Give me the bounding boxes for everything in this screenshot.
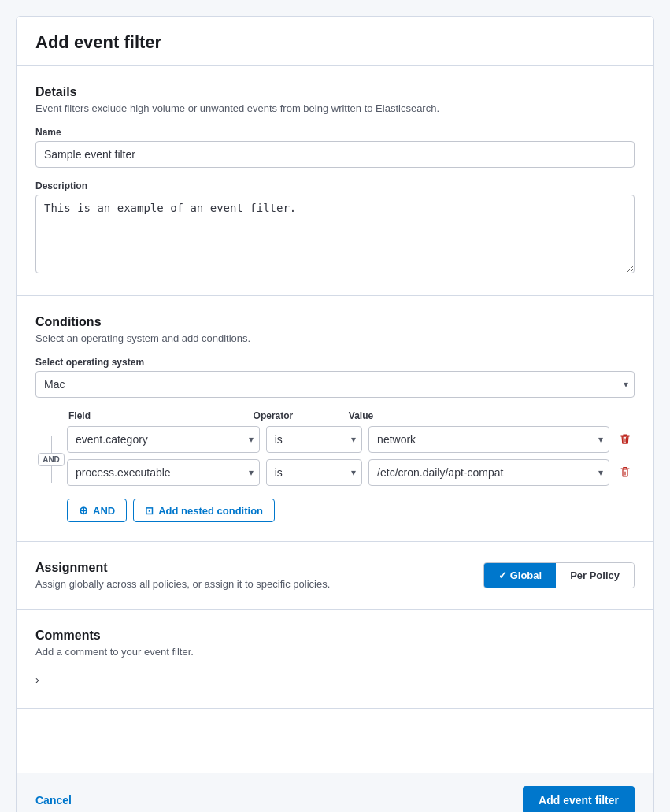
os-select-group: Select operating system Mac Windows Linu… (35, 357, 635, 398)
modal-title: Add event filter (35, 32, 635, 53)
comments-desc: Add a comment to your event filter. (35, 646, 635, 658)
modal-footer: Cancel Add event filter (17, 773, 653, 812)
plus-icon: ⊕ (79, 504, 88, 517)
and-line-bottom (51, 466, 52, 484)
delete-row-1-button[interactable] (616, 430, 635, 449)
modal-body: Details Event filters exclude high volum… (17, 66, 653, 773)
global-button[interactable]: ✓Global (484, 563, 556, 588)
name-label: Name (35, 127, 635, 138)
per-policy-button[interactable]: Per Policy (556, 563, 634, 588)
operator-wrapper-1: is is not is one of is not one of matche… (266, 426, 362, 453)
name-input[interactable] (35, 141, 635, 168)
assignment-section: Assignment Assign globally across all po… (17, 542, 653, 610)
nested-button-label: Add nested condition (158, 505, 263, 517)
assignment-desc: Assign globally across all policies, or … (35, 578, 483, 590)
conditions-with-connector: AND event.category ▾ (35, 426, 635, 492)
comments-expand-button[interactable]: › (35, 670, 39, 689)
operator-select-2[interactable]: is is not matches (266, 459, 362, 486)
field-wrapper-1: event.category ▾ (67, 426, 260, 453)
description-textarea[interactable] (35, 195, 635, 273)
operator-select-1[interactable]: is is not is one of is not one of matche… (266, 426, 362, 453)
conditions-header: Field Operator Value (67, 410, 635, 421)
trash-icon-1 (619, 433, 631, 446)
comments-section: Comments Add a comment to your event fil… (17, 610, 653, 709)
chevron-right-icon: › (35, 673, 39, 686)
modal-header: Add event filter (17, 17, 653, 66)
details-desc: Event filters exclude high volume or unw… (35, 102, 635, 114)
value-wrapper-2: /etc/cron.daily/apt-compat ▾ (368, 459, 609, 486)
assignment-title: Assignment (35, 561, 483, 575)
assignment-text: Assignment Assign globally across all po… (35, 561, 483, 590)
description-group: Description (35, 180, 635, 276)
field-wrapper-2: process.executable ▾ (67, 459, 260, 486)
assignment-row: Assignment Assign globally across all po… (35, 561, 635, 590)
col-operator-header: Operator (254, 410, 342, 421)
details-section: Details Event filters exclude high volum… (17, 66, 653, 296)
conditions-desc: Select an operating system and add condi… (35, 332, 635, 344)
col-spacer (578, 410, 603, 421)
delete-row-2-button[interactable] (616, 463, 635, 482)
condition-rows: event.category ▾ is is not is one of is … (67, 426, 635, 492)
and-badge: AND (38, 453, 65, 466)
conditions-section: Conditions Select an operating system an… (17, 296, 653, 542)
check-icon: ✓ (498, 569, 507, 581)
nested-icon: ⊡ (145, 505, 154, 517)
and-line-top (51, 436, 52, 453)
value-select-2[interactable]: /etc/cron.daily/apt-compat (368, 459, 609, 486)
and-connector: AND (35, 426, 67, 492)
value-select-1[interactable]: network (368, 426, 609, 453)
details-title: Details (35, 85, 635, 99)
col-value-header: Value (349, 410, 572, 421)
field-select-1[interactable]: event.category (67, 426, 260, 453)
and-button-label: AND (93, 505, 115, 517)
condition-row: process.executable ▾ is is not matches ▾ (67, 459, 635, 486)
operator-wrapper-2: is is not matches ▾ (266, 459, 362, 486)
os-select-wrapper: Mac Windows Linux ▾ (35, 371, 635, 398)
description-label: Description (35, 180, 635, 191)
and-button[interactable]: ⊕ AND (67, 499, 127, 522)
comments-title: Comments (35, 628, 635, 643)
field-select-2[interactable]: process.executable (67, 459, 260, 486)
cancel-button[interactable]: Cancel (35, 788, 72, 812)
condition-row: event.category ▾ is is not is one of is … (67, 426, 635, 453)
os-select[interactable]: Mac Windows Linux (35, 371, 635, 398)
per-policy-label: Per Policy (570, 569, 620, 581)
trash-icon-2 (619, 466, 631, 479)
add-event-filter-button[interactable]: Add event filter (523, 786, 635, 812)
add-event-filter-modal: Add event filter Details Event filters e… (16, 16, 654, 812)
name-group: Name (35, 127, 635, 168)
col-field-header: Field (67, 410, 247, 421)
global-label: Global (510, 569, 542, 581)
assignment-buttons: ✓Global Per Policy (483, 562, 635, 588)
conditions-title: Conditions (35, 315, 635, 329)
add-nested-condition-button[interactable]: ⊡ Add nested condition (133, 499, 275, 522)
condition-actions: ⊕ AND ⊡ Add nested condition (67, 499, 635, 522)
os-label: Select operating system (35, 357, 635, 368)
value-wrapper-1: network ▾ (368, 426, 609, 453)
